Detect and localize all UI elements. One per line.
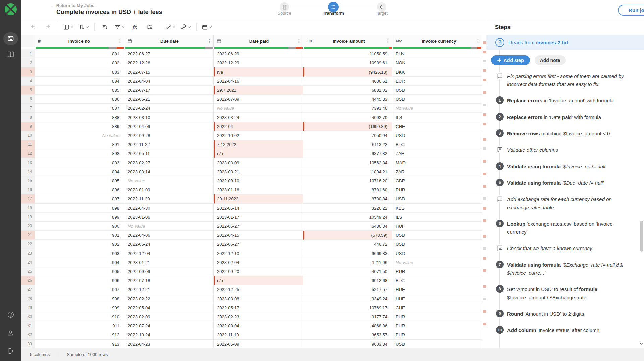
cell-due-date[interactable]: 2022-07-15	[124, 67, 214, 77]
cell-date-paid[interactable]: 7.12.2022	[214, 140, 303, 149]
step-item[interactable]: 5Validate using formula '$Due_date != nu…	[486, 179, 644, 187]
cell-invoice-no[interactable]: 907	[35, 285, 124, 294]
row-number[interactable]: 5	[21, 86, 35, 95]
undo-icon[interactable]	[28, 22, 38, 32]
column-header-invoice-amount[interactable]: .00 Invoice amount ⋮	[303, 35, 392, 47]
step-item[interactable]: 7Validate using formula '$Exchange_rate …	[486, 261, 644, 277]
column-menu-icon[interactable]: ⋮	[207, 38, 212, 44]
step-item[interactable]: 10Add column 'Invoice status' after colu…	[486, 326, 644, 334]
cell-invoice-currency[interactable]: BTC	[392, 276, 482, 285]
cell-invoice-no[interactable]: 894	[35, 167, 124, 176]
cell-invoice-currency[interactable]: HUF	[392, 285, 482, 294]
cell-date-paid[interactable]: 2023-01-16	[214, 185, 303, 194]
cell-invoice-currency[interactable]: USD	[392, 340, 482, 348]
note-item[interactable]: Add exchange rate for each currency base…	[486, 195, 644, 212]
cell-invoice-currency[interactable]: USD	[392, 131, 482, 140]
row-number[interactable]: 23	[21, 249, 35, 258]
cell-invoice-amount[interactable]: 11050.59	[303, 49, 392, 58]
cell-invoice-no[interactable]: 896	[35, 185, 124, 194]
cell-date-paid[interactable]: 2023-02-23	[214, 312, 303, 321]
column-header-date-paid[interactable]: Date paid ⋮	[214, 35, 303, 47]
cell-invoice-amount[interactable]: 4092.70	[303, 113, 392, 122]
step-item[interactable]: 4Validate using formula '$Invoice_no != …	[486, 162, 644, 171]
calendar-icon[interactable]	[202, 22, 212, 32]
cell-invoice-no[interactable]: 904	[35, 258, 124, 267]
cell-date-paid[interactable]: 2022-05-09	[214, 340, 303, 348]
cell-date-paid[interactable]: 29.7.2022	[214, 86, 303, 95]
step-item[interactable]: 9Round 'Amount in USD' to 2 digits	[486, 310, 644, 318]
cell-due-date[interactable]: 2022-09-09	[124, 267, 214, 276]
column-menu-icon[interactable]: ⋮	[118, 38, 122, 44]
cell-invoice-no[interactable]: 893	[35, 158, 124, 167]
cell-due-date[interactable]: 2023-01-21	[124, 258, 214, 267]
cell-invoice-no[interactable]: 885	[35, 86, 124, 95]
cell-invoice-currency[interactable]: ILS	[392, 113, 482, 122]
cell-invoice-amount[interactable]: 1894.21	[303, 167, 392, 176]
cell-invoice-amount[interactable]: 8701.60	[303, 185, 392, 194]
filter-icon[interactable]	[114, 22, 125, 32]
cell-invoice-currency[interactable]: BTC	[392, 140, 482, 149]
cell-invoice-no[interactable]: 887	[35, 104, 124, 113]
cell-invoice-amount[interactable]: (578.59)	[303, 231, 392, 240]
cell-due-date[interactable]: 2023-03-10	[124, 113, 214, 122]
cell-due-date[interactable]: 2022-12-21	[124, 285, 214, 294]
cell-invoice-currency[interactable]: HUF	[392, 222, 482, 231]
row-number[interactable]: 22	[21, 240, 35, 249]
cell-due-date[interactable]: 2022-11-20	[124, 194, 214, 204]
cell-invoice-amount[interactable]: 4071.50	[303, 267, 392, 276]
cell-invoice-no[interactable]: 898	[35, 204, 124, 213]
step-item[interactable]: 2Replace errors in 'Date paid' with form…	[486, 113, 644, 121]
cell-due-date[interactable]: 2022-04-23	[124, 340, 214, 348]
cell-due-date[interactable]: 2022-04-09	[124, 122, 214, 131]
row-number[interactable]: 25	[21, 267, 35, 276]
cell-invoice-amount[interactable]: 9669.83	[303, 249, 392, 258]
cell-invoice-no[interactable]: 902	[35, 240, 124, 249]
row-number[interactable]: 11	[21, 140, 35, 149]
formula-icon[interactable]: fx	[130, 22, 140, 32]
cell-invoice-amount[interactable]: 9349.24	[303, 294, 392, 303]
cell-due-date[interactable]: 2022-04-30	[124, 204, 214, 213]
cell-due-date[interactable]: 2022-04-04	[124, 77, 214, 86]
cell-invoice-amount[interactable]: 10716.20	[303, 176, 392, 185]
cell-due-date[interactable]: 2023-01-06	[124, 213, 214, 222]
cell-due-date[interactable]: 2022-05-11	[124, 149, 214, 158]
sort-icon[interactable]	[78, 22, 89, 32]
row-number[interactable]: 18	[21, 204, 35, 213]
cell-due-date[interactable]: 2023-02-24	[124, 104, 214, 113]
column-menu-icon[interactable]: ⋮	[476, 38, 480, 44]
cell-invoice-no[interactable]: 884	[35, 77, 124, 86]
row-number[interactable]: 16	[21, 185, 35, 194]
row-number[interactable]: 1	[21, 49, 35, 58]
row-number[interactable]: 30	[21, 312, 35, 321]
validate-icon[interactable]	[165, 22, 176, 32]
cell-date-paid[interactable]: 29.11.2022	[214, 194, 303, 204]
move-rows-icon[interactable]	[100, 22, 110, 32]
row-number[interactable]: 9	[21, 122, 35, 131]
cell-invoice-amount[interactable]: 5217.57	[303, 285, 392, 294]
cell-date-paid[interactable]: 2022-06-27	[214, 240, 303, 249]
cell-invoice-no[interactable]: 882	[35, 58, 124, 67]
column-header-invoice-no[interactable]: # Invoice no ⋮	[35, 35, 124, 47]
row-number[interactable]: 7	[21, 104, 35, 113]
cell-date-paid[interactable]: 2022-04-16	[214, 77, 303, 86]
cell-due-date[interactable]: No value	[124, 222, 214, 231]
row-number[interactable]: 19	[21, 213, 35, 222]
cell-invoice-no[interactable]: 912	[35, 330, 124, 340]
row-number[interactable]: 14	[21, 167, 35, 176]
cell-invoice-currency[interactable]: USD	[392, 194, 482, 204]
row-number[interactable]: 29	[21, 303, 35, 312]
cell-due-date[interactable]: 2022-06-27	[124, 49, 214, 58]
tab-source[interactable]	[280, 2, 289, 12]
cell-due-date[interactable]: 2022-07-18	[124, 276, 214, 285]
cell-invoice-currency[interactable]: EUR	[392, 77, 482, 86]
wrench-icon[interactable]	[180, 22, 191, 32]
cell-invoice-amount[interactable]: 9877.82	[303, 149, 392, 158]
cell-invoice-currency[interactable]: CHF	[392, 303, 482, 312]
cell-invoice-no[interactable]: 881	[35, 49, 124, 58]
source-step-row[interactable]: Reads from invoices-2.txt	[486, 35, 644, 50]
cell-invoice-amount[interactable]: 3653.57	[303, 330, 392, 340]
cell-invoice-amount[interactable]: 10549.24	[303, 213, 392, 222]
cell-invoice-amount[interactable]: (9426.13)	[303, 67, 392, 77]
scroll-down-icon[interactable]	[639, 342, 643, 346]
cell-invoice-currency[interactable]: PLN	[392, 49, 482, 58]
